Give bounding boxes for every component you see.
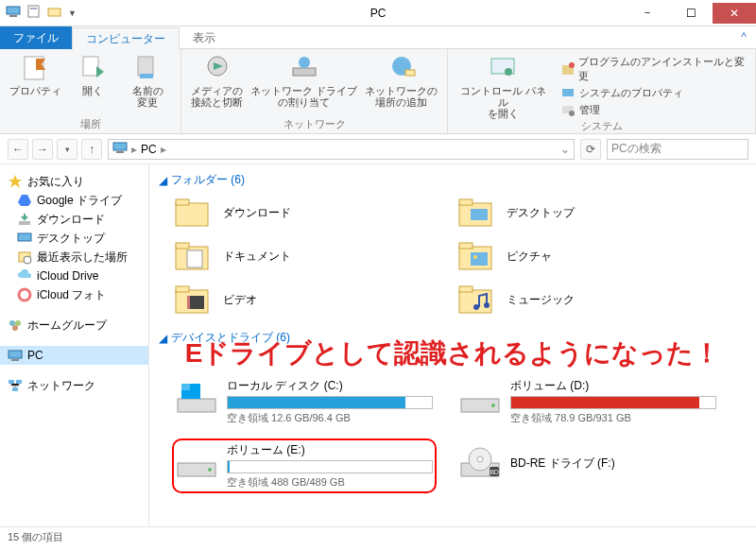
drive-f[interactable]: BD BD-RE ドライブ (F:) <box>455 438 720 493</box>
svg-text:BD: BD <box>490 469 499 475</box>
close-button[interactable]: ✕ <box>713 3 756 24</box>
svg-rect-21 <box>113 143 127 150</box>
tab-file[interactable]: ファイル <box>0 26 72 49</box>
system-properties-button[interactable]: システムのプロパティ <box>560 85 746 100</box>
tree-downloads[interactable]: ダウンロード <box>0 210 148 229</box>
collapse-icon: ◢ <box>159 174 167 187</box>
folder-downloads[interactable]: ダウンロード <box>172 194 437 232</box>
properties-icon[interactable] <box>26 4 42 23</box>
tree-network[interactable]: ネットワーク <box>0 376 148 395</box>
svg-rect-35 <box>9 380 14 384</box>
folder-music[interactable]: ミュージック <box>455 281 720 318</box>
tree-google-drive[interactable]: Google ドライブ <box>0 191 148 210</box>
properties-button[interactable]: プロパティ <box>9 53 61 108</box>
open-button[interactable]: 開く <box>69 53 116 108</box>
svg-point-31 <box>15 320 21 326</box>
minimize-button[interactable]: － <box>626 3 669 24</box>
group-label-location: 場所 <box>9 117 171 131</box>
svg-rect-39 <box>176 199 189 205</box>
drive-c-name: ローカル ディスク (C:) <box>227 378 433 394</box>
drive-e-name: ボリューム (E:) <box>227 442 433 458</box>
svg-point-67 <box>477 456 483 462</box>
svg-rect-45 <box>187 250 202 267</box>
drive-c[interactable]: ローカル ディスク (C:) 空き領域 12.6 GB/96.4 GB <box>172 374 437 429</box>
content-pane: ◢フォルダー (6) ダウンロード デスクトップ ドキュメント ピクチャ ビデオ… <box>149 164 756 526</box>
svg-point-11 <box>299 57 310 68</box>
tree-icloud-drive[interactable]: iCloud Drive <box>0 266 148 285</box>
svg-rect-47 <box>459 243 472 249</box>
title-bar: ▼ PC － ☐ ✕ <box>0 0 756 26</box>
svg-point-30 <box>9 320 15 326</box>
add-location-button[interactable]: ネットワークの 場所の追加 <box>365 53 438 108</box>
svg-rect-38 <box>176 203 208 226</box>
svg-rect-33 <box>9 351 22 358</box>
section-folders[interactable]: ◢フォルダー (6) <box>159 170 747 190</box>
svg-marker-24 <box>18 195 31 206</box>
svg-point-20 <box>569 111 575 116</box>
refresh-button[interactable]: ⟳ <box>580 139 601 160</box>
svg-rect-34 <box>11 359 19 361</box>
back-button[interactable]: ← <box>8 139 28 160</box>
group-label-system: システム <box>457 119 746 133</box>
address-bar-row: ← → ▾ ↑ ▸ PC ▸ ⌄ ⟳ PCの検索 <box>0 134 756 164</box>
group-system: コントロール パネル を開く プログラムのアンインストールと変更 システムのプロ… <box>448 49 756 133</box>
recent-locations-button[interactable]: ▾ <box>57 139 77 160</box>
svg-point-28 <box>24 256 31 264</box>
address-dropdown-icon[interactable]: ⌄ <box>560 143 570 156</box>
qat-dropdown-icon[interactable]: ▼ <box>68 9 77 18</box>
maximize-button[interactable]: ☐ <box>669 3 713 24</box>
tab-computer[interactable]: コンピューター <box>72 27 180 50</box>
svg-rect-18 <box>562 89 574 96</box>
svg-rect-1 <box>9 15 17 17</box>
svg-rect-51 <box>176 286 189 292</box>
map-drive-button[interactable]: ネットワーク ドライブ の割り当て <box>250 53 357 108</box>
status-bar: 15 個の項目 <box>0 526 756 547</box>
uninstall-button[interactable]: プログラムのアンインストールと変更 <box>560 55 746 83</box>
svg-rect-25 <box>19 221 30 225</box>
svg-rect-41 <box>459 199 472 205</box>
tree-homegroup[interactable]: ホームグループ <box>0 316 148 335</box>
drive-c-bar <box>227 396 433 409</box>
drive-d-bar <box>510 396 716 409</box>
folder-videos[interactable]: ビデオ <box>172 281 437 318</box>
drive-f-name: BD-RE ドライブ (F:) <box>510 455 716 472</box>
svg-rect-58 <box>178 399 215 412</box>
svg-rect-22 <box>116 151 124 153</box>
svg-point-15 <box>505 68 512 76</box>
group-label-network: ネットワーク <box>191 117 438 131</box>
svg-rect-42 <box>471 209 488 220</box>
ribbon-collapse-icon[interactable]: ^ <box>731 26 756 48</box>
folder-pictures[interactable]: ピクチャ <box>455 237 720 275</box>
up-button[interactable]: ↑ <box>81 139 102 160</box>
rename-button[interactable]: 名前の 変更 <box>124 53 171 108</box>
control-panel-button[interactable]: コントロール パネル を開く <box>457 53 549 119</box>
svg-rect-7 <box>138 57 153 76</box>
svg-rect-36 <box>16 380 22 384</box>
address-bar[interactable]: ▸ PC ▸ ⌄ <box>108 139 575 160</box>
forward-button[interactable]: → <box>32 139 53 160</box>
svg-rect-53 <box>187 296 190 309</box>
tree-pc[interactable]: PC <box>0 346 148 365</box>
tree-recent[interactable]: 最近表示した場所 <box>0 248 148 266</box>
svg-rect-4 <box>48 9 60 16</box>
tree-desktop[interactable]: デスクトップ <box>0 229 148 248</box>
tree-favorites[interactable]: お気に入り <box>0 172 148 191</box>
folder-documents[interactable]: ドキュメント <box>172 237 437 275</box>
svg-rect-55 <box>459 286 472 292</box>
drive-d[interactable]: ボリューム (D:) 空き領域 78.9 GB/931 GB <box>455 374 720 429</box>
section-drives[interactable]: ◢デバイスとドライブ (6) <box>159 328 747 348</box>
svg-rect-0 <box>7 7 20 14</box>
manage-button[interactable]: 管理 <box>560 102 746 117</box>
search-input[interactable]: PCの検索 <box>607 139 748 160</box>
svg-rect-60 <box>181 384 190 390</box>
tab-view[interactable]: 表示 <box>180 26 229 49</box>
ribbon-tabs: ファイル コンピューター 表示 ^ <box>0 26 756 49</box>
status-item-count: 15 個の項目 <box>8 530 63 544</box>
tree-icloud-photos[interactable]: iCloud フォト <box>0 285 148 304</box>
folder-desktop[interactable]: デスクトップ <box>455 194 720 232</box>
media-button[interactable]: メディアの 接続と切断 <box>191 53 243 108</box>
ribbon: プロパティ 開く 名前の 変更 場所 メディアの 接続と切断 ネットワーク ドラ… <box>0 49 756 134</box>
breadcrumb-pc[interactable]: PC <box>141 143 157 156</box>
drive-e[interactable]: ボリューム (E:) 空き領域 488 GB/489 GB <box>172 438 437 493</box>
folder-qat-icon[interactable] <box>47 4 62 23</box>
